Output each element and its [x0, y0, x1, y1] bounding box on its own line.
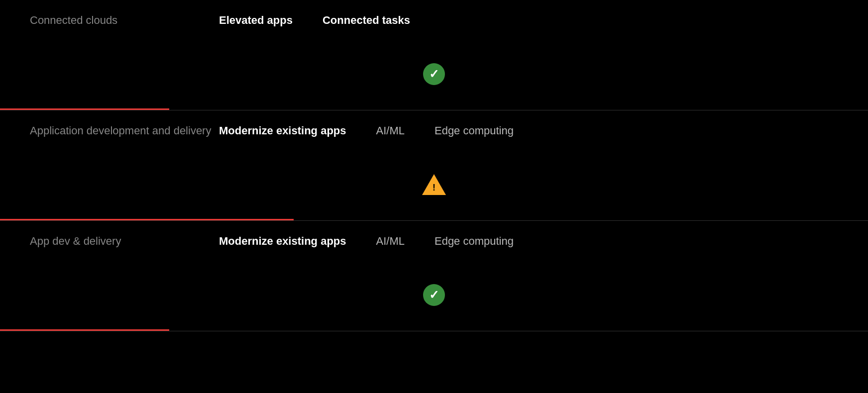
- row-2-tag-2: AI/ML: [376, 124, 405, 137]
- row-1-label: Connected clouds: [30, 14, 219, 27]
- row-1-header: Connected clouds Elevated apps Connected…: [0, 0, 868, 38]
- row-1: Connected clouds Elevated apps Connected…: [0, 0, 868, 110]
- row-2-label: Application development and delivery: [30, 124, 219, 137]
- row-2-body: !: [0, 148, 868, 220]
- row-2-tag-3: Edge computing: [434, 124, 514, 137]
- row-1-body: [0, 38, 868, 110]
- row-3-progress: [0, 329, 169, 331]
- row-2-progress: [0, 219, 294, 220]
- row-1-tag-1: Elevated apps: [219, 14, 293, 27]
- row-1-progress: [0, 108, 169, 110]
- row-3-tag-1: Modernize existing apps: [219, 235, 346, 248]
- row-3-tag-3: Edge computing: [434, 235, 514, 248]
- row-3-label: App dev & delivery: [30, 235, 219, 248]
- row-2-header: Application development and delivery Mod…: [0, 110, 868, 148]
- row-3-body: [0, 259, 868, 331]
- check-icon-1: [423, 63, 445, 85]
- row-2-tag-1: Modernize existing apps: [219, 124, 346, 137]
- check-icon-2: [423, 284, 445, 306]
- row-3: App dev & delivery Modernize existing ap…: [0, 221, 868, 331]
- row-3-header: App dev & delivery Modernize existing ap…: [0, 221, 868, 259]
- row-2: Application development and delivery Mod…: [0, 110, 868, 221]
- warning-exclamation: !: [433, 183, 435, 192]
- row-1-tag-2: Connected tasks: [323, 14, 410, 27]
- warning-icon: !: [422, 174, 446, 195]
- row-3-tag-2: AI/ML: [376, 235, 405, 248]
